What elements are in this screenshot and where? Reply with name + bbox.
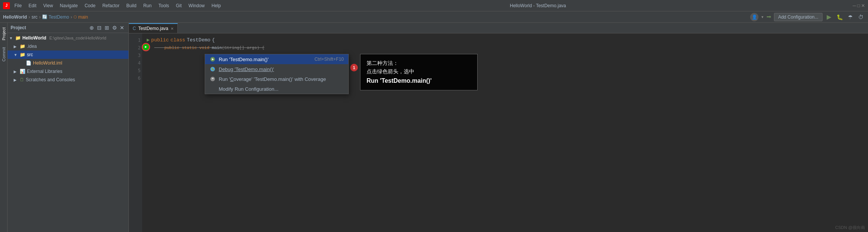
folder-icon-idea: 📁 [20,44,25,49]
context-menu-coverage-label: Run 'Coverage' 'TestDemo.main()' with Co… [219,76,326,82]
menu-edit[interactable]: Edit [26,2,39,9]
menu-help[interactable]: Help [209,2,223,9]
kw-class-1: class [171,36,185,44]
project-panel-title: Project [11,25,26,30]
debug-menu-icon: 🐛 [210,66,216,72]
context-menu-debug[interactable]: 🐛 Debug 'TestDemo.main()' [205,64,348,74]
expand-arrow-idea: ▶ [14,44,18,49]
menu-navigate[interactable]: Navigate [58,2,80,9]
add-configuration-button[interactable]: Add Configuration... [774,13,823,21]
tree-label-root: HelloWorld [22,35,46,41]
breadcrumb-project[interactable]: HelloWorld [3,14,27,20]
run-menu-icon: ▶ [210,56,216,62]
gutter-run-button[interactable]: ▶ [143,44,149,50]
line-num-1: 1 [130,36,141,44]
coverage-button[interactable]: ☂ [846,13,854,21]
tree-item-src[interactable]: ▼ 📁 src [8,51,128,59]
line-num-6: 6 [130,74,141,82]
tree-item-ext-libs[interactable]: ▶ 📊 External Libraries [8,67,128,76]
tree-item-root[interactable]: ▼ 📁 HelloWorld E:\gitee\Java_code\HelloW… [8,34,128,42]
user-dropdown-arrow[interactable]: ▼ [761,15,764,19]
sidebar-tab-project[interactable]: Project [1,24,7,43]
breadcrumb-testdemo[interactable]: TestDemo [49,14,69,20]
panel-icon-close[interactable]: ✕ [119,24,125,31]
tree-label-iml: HelloWorld.iml [33,60,62,66]
panel-icon-expand[interactable]: ⊞ [103,24,110,31]
line-num-5: 5 [130,67,141,74]
panel-icon-new[interactable]: ⊕ [88,24,95,31]
modify-menu-icon [210,86,216,92]
menu-view[interactable]: View [41,2,55,9]
tree-path-root: E:\gitee\Java_code\HelloWorld [49,36,106,40]
menu-tools[interactable]: Tools [156,2,171,9]
menu-build[interactable]: Build [124,2,139,9]
menu-run[interactable]: Run [141,2,154,9]
tab-label-testdemo: TestDemo.java [138,26,168,31]
run-gutter-icon[interactable]: ▶ [147,36,150,44]
tree-label-idea: .idea [27,44,37,49]
menu-window[interactable]: Window [186,2,207,9]
expand-arrow-src: ▼ [14,53,18,57]
file-icon-iml: 📄 [26,60,31,66]
expand-arrow-scratch: ▶ [14,78,18,82]
menu-git[interactable]: Git [174,2,184,9]
tree-item-scratches[interactable]: ▶ 🗒 Scratches and Consoles [8,76,128,84]
sidebar-tabs: Project Commit [0,23,8,232]
panel-icon-collapse[interactable]: ⊟ [96,24,103,31]
breadcrumb-main[interactable]: main [78,14,88,20]
watermark: CSDN @很向南 [835,225,865,230]
lib-icon: 📊 [20,69,25,74]
menu-code[interactable]: Code [82,2,98,9]
tab-close-testdemo[interactable]: ✕ [171,27,174,31]
app-logo: J [3,2,10,9]
code-line-2-text: public static void main(String[] args) { [154,44,264,52]
annotation-line2: Run 'TestDemo.main()' [367,76,471,86]
menu-file[interactable]: File [12,2,24,9]
tree-item-iml[interactable]: 📄 HelloWorld.iml [8,59,128,67]
context-menu-run[interactable]: ▶ Run 'TestDemo.main()' Ctrl+Shift+F10 [205,54,348,64]
menu-refactor[interactable]: Refactor [100,2,122,9]
debug-button[interactable]: 🐛 [835,13,844,21]
context-menu: ▶ Run 'TestDemo.main()' Ctrl+Shift+F10 🐛… [205,54,349,94]
tree-view: ▼ 📁 HelloWorld E:\gitee\Java_code\HelloW… [8,33,128,232]
tree-label-scratches: Scratches and Consoles [26,77,75,82]
breadcrumb-src[interactable]: src [31,14,38,20]
vcs-icon[interactable]: ⮕ [766,14,772,20]
panel-icons: ⊕ ⊟ ⊞ ⚙ ✕ [88,24,125,31]
title-bar-controls: ─ □ ✕ [853,3,865,8]
line-num-2: 2 [130,44,141,52]
folder-icon-src: 📁 [20,52,25,57]
title-bar-left: J File Edit View Navigate Code Refactor … [3,2,223,9]
coverage-menu-icon: ☂ [210,76,216,82]
context-menu-modify[interactable]: Modify Run Configuration... [205,84,348,94]
breadcrumb-sep-3: › [71,14,72,20]
context-menu-run-shortcut: Ctrl+Shift+F10 [315,57,344,62]
breadcrumb-sep-2: › [39,14,41,20]
tree-label-src: src [27,52,33,57]
line-num-3: 3 [130,52,141,59]
editor-tab-testdemo[interactable]: C TestDemo.java ✕ [129,23,178,33]
line-numbers: 1 2 3 4 5 6 [129,33,142,232]
annotation-box: 第二种方法： 点击绿色箭头，选中 Run 'TestDemo.main()' [360,54,478,90]
profiler-button[interactable]: ⏱ [857,13,865,21]
project-panel-header: Project ⊕ ⊟ ⊞ ⚙ ✕ [8,23,128,33]
sidebar-tab-commit[interactable]: Commit [1,44,7,65]
title-bar: J File Edit View Navigate Code Refactor … [0,0,868,11]
expand-arrow-ext: ▶ [14,69,18,74]
project-panel: Project ⊕ ⊟ ⊞ ⚙ ✕ ▼ 📁 HelloWorld E:\gite… [8,23,129,232]
window-title: HelloWorld - TestDemo.java [510,3,566,8]
annotation-line1: 点击绿色箭头，选中 [367,67,471,76]
tree-item-idea[interactable]: ▶ 📁 .idea [8,42,128,51]
line-num-4: 4 [130,59,141,67]
tab-icon-testdemo: C [133,26,136,31]
panel-icon-settings[interactable]: ⚙ [111,24,118,31]
context-menu-coverage[interactable]: ☂ Run 'Coverage' 'TestDemo.main()' with … [205,74,348,84]
user-icon[interactable]: 👤 [750,13,758,21]
kw-public-1: public [151,36,169,44]
nav-bar-right: 👤 ▼ ⮕ Add Configuration... ▶ 🐛 ☂ ⏱ [750,13,865,21]
breadcrumb-sep-1: › [28,14,30,20]
code-line-1: ▶ public class TestDemo { [147,36,863,44]
context-menu-modify-label: Modify Run Configuration... [219,86,279,92]
context-menu-debug-label: Debug 'TestDemo.main()' [219,66,274,72]
run-button[interactable]: ▶ [825,13,833,21]
